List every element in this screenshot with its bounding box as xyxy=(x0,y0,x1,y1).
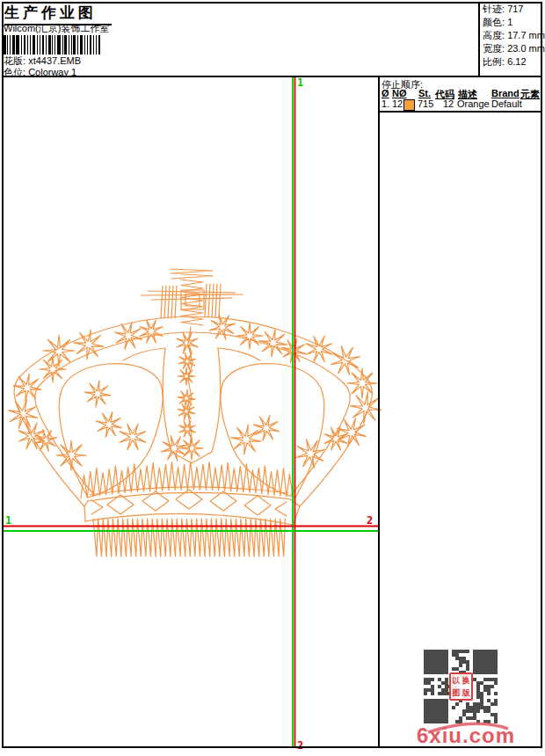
height-label: 高度: xyxy=(483,30,505,40)
red-stamp: 以 换 图 版 xyxy=(449,672,473,701)
scale-label: 比例: xyxy=(483,56,505,67)
colorway-value: Colorway 1 xyxy=(28,67,76,77)
row-brand: Default xyxy=(491,98,522,109)
stamp-char: 图 xyxy=(452,689,460,697)
height-value: 17.7 mm xyxy=(507,30,545,40)
top-section-divider xyxy=(2,76,542,77)
col-number: Ø xyxy=(382,88,389,98)
stamp-char: 版 xyxy=(462,689,470,697)
colors-label: 颜色: xyxy=(483,17,505,27)
design-summary: 针迹: 717 颜色: 1 高度: 17.7 mm 宽度: 23.0 mm 比例… xyxy=(483,4,545,69)
stamp-char: 换 xyxy=(462,677,470,685)
summary-row-width: 宽度: 23.0 mm xyxy=(483,43,545,56)
colorway-label: 色位: xyxy=(4,67,25,77)
summary-row-colors: 颜色: 1 xyxy=(483,17,545,30)
col-brand: Brand xyxy=(491,88,520,98)
studio-name: Wilcom(汇京)装饰工作室 xyxy=(4,23,109,34)
row-stitches: 715 xyxy=(418,98,433,109)
row-code: 12 xyxy=(443,98,454,109)
table-bottom-divider xyxy=(380,111,542,113)
pattern-label: 花版: xyxy=(4,55,25,66)
summary-box-divider xyxy=(478,2,480,77)
page-border xyxy=(2,2,542,748)
stitches-value: 717 xyxy=(507,4,523,14)
side-panel-divider xyxy=(378,76,380,748)
col-stitches: St. xyxy=(418,88,431,98)
stitches-label: 针迹: xyxy=(483,4,505,14)
row-needle: 12 xyxy=(392,98,403,109)
thread-swatch xyxy=(403,99,415,111)
col-elements: 元素 xyxy=(520,88,540,101)
colors-value: 1 xyxy=(507,17,512,27)
width-value: 23.0 mm xyxy=(507,43,545,54)
pattern-value: xt4437.EMB xyxy=(28,55,81,66)
colorway-line: 色位: Colorway 1 xyxy=(4,67,76,78)
row-description: Orange xyxy=(457,98,490,109)
row-index: 1. xyxy=(382,98,389,109)
col-needle: NØ xyxy=(392,88,407,98)
summary-row-stitches: 针迹: 717 xyxy=(483,4,545,17)
barcode xyxy=(4,35,115,55)
stamp-char: 以 xyxy=(452,677,460,685)
scale-value: 6.12 xyxy=(507,56,526,67)
summary-row-height: 高度: 17.7 mm xyxy=(483,30,545,43)
summary-row-scale: 比例: 6.12 xyxy=(483,56,545,69)
site-logo: 6xiu.com xyxy=(417,723,515,748)
width-label: 宽度: xyxy=(483,43,505,54)
pattern-file-line: 花版: xt4437.EMB xyxy=(4,55,81,67)
